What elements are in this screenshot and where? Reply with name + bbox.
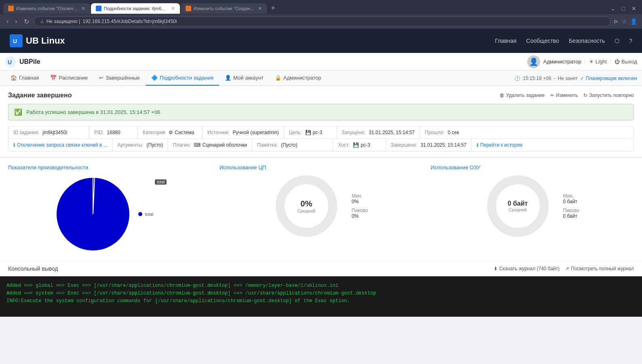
host-label: Хост: (338, 142, 350, 148)
console-line-2: Added ==> system ==> Exec ==> [/usr/shar… (6, 290, 636, 297)
tab-1[interactable]: Изменить событие "Отключ... ✕ (3, 3, 90, 14)
job-history-cell: ℹ Перейти к истории (472, 139, 527, 151)
tab-my-account[interactable]: 👤 Мой аккаунт (219, 71, 269, 86)
restart-job-button[interactable]: ↻ Запустить повторно (583, 93, 634, 98)
clock-icon: 🕐 (514, 76, 520, 81)
memory-value: (Пусто) (281, 142, 298, 148)
avatar: 👤 (527, 55, 540, 68)
svg-text:U: U (8, 59, 12, 65)
total-badge: total (155, 179, 167, 185)
browser-chrome: Изменить событие "Отключ... ✕ Подробност… (0, 0, 642, 29)
host-value: рс-3 (361, 142, 370, 148)
ram-donut-wrapper: 0 байт Средний (486, 174, 550, 238)
tab-close-1[interactable]: ✕ (81, 6, 85, 11)
edit-job-button[interactable]: ✏ Изменить (550, 93, 578, 98)
help-icon[interactable]: ? (629, 38, 632, 44)
nav-home[interactable]: Главная (495, 38, 516, 44)
success-alert: ✅ Работа успешно завершена в 31.01.2025,… (8, 104, 634, 120)
console-title: Консольный вывод (8, 265, 58, 272)
started-value: 31.01.2025, 15:14:57 (369, 130, 414, 135)
reload-button[interactable]: ↻ (22, 17, 31, 26)
job-name-cell: ℹ Отключение запроса связки ключей в ... (8, 139, 113, 151)
cast-icon[interactable]: ⊳ (614, 18, 619, 25)
nav-community[interactable]: Сообщество (526, 38, 559, 44)
ram-value: 0 байт (508, 200, 528, 207)
url-bar[interactable]: ⚠ Не защищено | 192.168.215.45/#JobDetai… (34, 17, 610, 26)
category-icon: ⚙ (169, 130, 173, 135)
logo-icon: U (10, 34, 23, 47)
cpu-min-label: Мин. (352, 193, 368, 199)
tab-schedule[interactable]: 📅 Расписание (44, 71, 93, 86)
cpu-min-item: Мин. 0% (352, 193, 368, 204)
ubpile-brand-name: UBPile (19, 58, 40, 65)
tab-job-details[interactable]: 🔷 Подробности задания (146, 71, 219, 86)
plugin-value: Сценарий оболочки (202, 142, 247, 148)
job-header: Задание завершено 🗑 Удалить задание ✏ Из… (8, 92, 634, 99)
success-message: Работа успешно завершена в 31.01.2025, 1… (26, 109, 160, 115)
bookmark-icon[interactable]: ☆ (622, 18, 627, 25)
svg-text:U: U (13, 38, 17, 44)
check-icon: ✓ (580, 76, 584, 81)
job-name-link[interactable]: Отключение запроса связки ключей в ... (17, 142, 108, 148)
download-log-button[interactable]: ⬇ Скачать журнал (740 байт) (494, 266, 560, 271)
trash-icon: 🗑 (500, 93, 505, 98)
console-output: Added ==> global ==> Exec ==> [/usr/shar… (0, 276, 642, 317)
job-id-cell: ID задания: jm6kjt3450i (8, 126, 89, 139)
minimize-icon[interactable]: ⌄ (608, 4, 618, 13)
view-full-log-button[interactable]: ↗ Посмотреть полный журнал (565, 266, 634, 271)
job-details-panel: Задание завершено 🗑 Удалить задание ✏ Из… (0, 86, 642, 158)
ram-chart-title: Использование ОЗУ (431, 164, 480, 170)
target-value: рс-3 (313, 130, 322, 135)
tab-admin[interactable]: 🔒 Администратор (269, 71, 327, 86)
memory-label: Памятка: (257, 142, 278, 148)
restart-icon: ↻ (583, 93, 587, 98)
light-mode-button[interactable]: ☀ Light (589, 59, 607, 65)
download-icon: ⬇ (494, 266, 498, 271)
power-icon: ⏻ (615, 59, 620, 65)
admin-name: Администратор (543, 59, 581, 65)
category-label: Категория (143, 130, 165, 135)
tab-home[interactable]: 🏠 Главная (5, 71, 44, 86)
tab-favicon-1 (8, 6, 14, 11)
ram-peak-item: Пиково 0 байт (563, 208, 579, 219)
job-args-cell: Аргументы: (Пусто) (113, 139, 168, 151)
console-actions: ⬇ Скачать журнал (740 байт) ↗ Посмотреть… (494, 266, 634, 271)
tab-completed[interactable]: ↩ Завершённые (93, 71, 146, 86)
new-tab-button[interactable]: + (268, 2, 279, 14)
history-link[interactable]: Перейти к истории (480, 142, 522, 148)
tab-close-2[interactable]: ✕ (171, 6, 175, 11)
close-window-icon[interactable]: ✕ (629, 4, 639, 13)
tab-close-3[interactable]: ✕ (258, 6, 262, 11)
nav-security[interactable]: Безопасность (569, 38, 605, 44)
job-category-cell: Категория ⚙ Система (138, 126, 203, 139)
cube-icon[interactable]: ⬡ (615, 38, 619, 44)
ram-peak-value: 0 байт (563, 213, 579, 219)
back-button[interactable]: ‹ (5, 17, 10, 26)
job-source-cell: Источник: Ручной (superadmin) (203, 126, 284, 139)
exit-button[interactable]: ⏻ Выход (615, 59, 637, 65)
job-plugin-cell: Плагин: ⌨ Сценарий оболочки (168, 139, 252, 151)
ram-min-label: Мин. (563, 193, 579, 199)
tab-3[interactable]: Изменить событие "Создан... ✕ (181, 3, 267, 14)
app-nav: Главная Сообщество Безопасность ⬡ ? (495, 38, 632, 44)
job-details-icon: 🔷 (151, 75, 158, 81)
cpu-donut-center: 0% Средний (297, 199, 315, 213)
ram-chart-legend: Мин. 0 байт Пиково 0 байт (563, 193, 579, 219)
delete-job-button[interactable]: 🗑 Удалить задание (500, 93, 545, 98)
target-icon: 💾 (305, 130, 311, 135)
nav-status: Не занят (558, 76, 578, 81)
forward-button[interactable]: › (13, 17, 19, 26)
ram-donut-center: 0 байт Средний (508, 200, 528, 212)
profile-icon[interactable]: 👤 (630, 18, 637, 25)
pie-legend: total (138, 212, 153, 217)
pid-label: PID: (94, 130, 103, 135)
cpu-chart-container: Использование ЦП 0% Средний Мин. (220, 164, 423, 255)
args-label: Аргументы: (118, 142, 144, 148)
scheduler-link[interactable]: ✓ Планировщик включен (580, 76, 637, 81)
tab-favicon-2 (96, 6, 101, 11)
source-label: Источник: (207, 130, 230, 135)
nav-status-sep: - (554, 76, 555, 81)
tab-2[interactable]: Подробности задания: #jm6k... ✕ (91, 3, 180, 14)
restore-icon[interactable]: □ (619, 4, 627, 13)
job-actions: 🗑 Удалить задание ✏ Изменить ↻ Запустить… (500, 93, 634, 98)
